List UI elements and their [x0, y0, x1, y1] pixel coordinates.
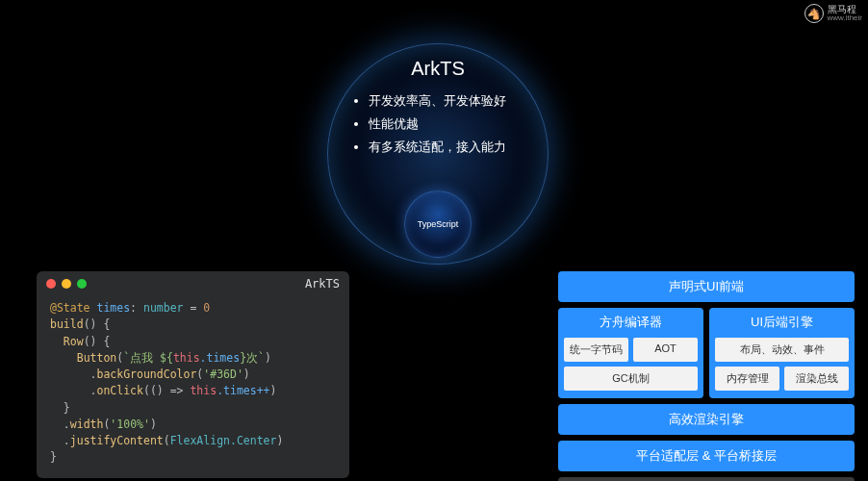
arch-os: 操作系统: [558, 477, 855, 481]
arch-render-engine: 高效渲染引擎: [558, 404, 855, 435]
code-titlebar: ArkTS: [37, 271, 349, 294]
typescript-circle: TypeScript: [404, 190, 472, 258]
arch-item-layout: 布局、动效、事件: [715, 338, 849, 362]
code-title: ArkTS: [305, 277, 340, 291]
arkts-circle: ArkTS 开发效率高、开发体验好 性能优越 有多系统适配，接入能力 TypeS…: [327, 43, 549, 265]
arch-backend: UI后端引擎 布局、动效、事件 内存管理 渲染总线: [709, 308, 855, 398]
arch-item-bytecode: 统一字节码: [564, 338, 628, 362]
arkts-bullets: 开发效率高、开发体验好 性能优越 有多系统适配，接入能力: [369, 89, 548, 159]
bullet-2: 性能优越: [369, 113, 548, 136]
brand-icon: 🐴: [804, 4, 824, 23]
arch-item-aot: AOT: [633, 338, 698, 362]
bullet-1: 开发效率高、开发体验好: [369, 89, 548, 113]
code-window: ArkTS @State times: number = 0 build() {…: [37, 271, 349, 478]
brand-badge: 🐴 黑马程 www.itheir: [804, 4, 862, 23]
bullet-3: 有多系统适配，接入能力: [369, 136, 548, 159]
arch-item-gc: GC机制: [564, 367, 698, 391]
brand-sub: www.itheir: [828, 14, 862, 22]
maximize-icon[interactable]: [77, 279, 87, 289]
architecture-diagram: 声明式UI前端 方舟编译器 统一字节码 AOT GC机制 UI后端引擎 布局、动…: [558, 271, 855, 481]
arch-platform: 平台适配层 & 平台桥接层: [558, 441, 855, 471]
code-body: @State times: number = 0 build() { Row()…: [37, 294, 349, 478]
minimize-icon[interactable]: [62, 279, 71, 289]
close-icon[interactable]: [46, 279, 56, 289]
arch-item-memory: 内存管理: [715, 367, 779, 391]
arch-compiler: 方舟编译器 统一字节码 AOT GC机制: [558, 308, 703, 398]
arch-header: 声明式UI前端: [558, 271, 855, 302]
arch-item-renderbus: 渲染总线: [784, 367, 849, 391]
arkts-title: ArkTS: [328, 58, 548, 80]
